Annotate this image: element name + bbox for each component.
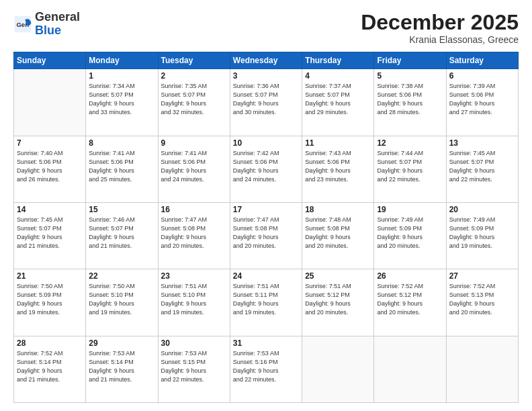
day-info: Sunrise: 7:52 AMSunset: 5:13 PMDaylight:…: [449, 282, 515, 317]
day-number: 29: [89, 338, 154, 348]
calendar-table: SundayMondayTuesdayWednesdayThursdayFrid…: [13, 52, 519, 403]
page: Gen General Blue December 2025 Krania El…: [0, 0, 532, 411]
day-number: 24: [233, 271, 299, 281]
day-info: Sunrise: 7:51 AMSunset: 5:12 PMDaylight:…: [305, 282, 371, 317]
day-info: Sunrise: 7:51 AMSunset: 5:11 PMDaylight:…: [233, 282, 299, 317]
weekday-header: Monday: [86, 52, 158, 69]
calendar-cell: 26Sunrise: 7:52 AMSunset: 5:12 PMDayligh…: [374, 269, 446, 336]
calendar-cell: 6Sunrise: 7:39 AMSunset: 5:06 PMDaylight…: [446, 69, 518, 136]
calendar-cell: 15Sunrise: 7:46 AMSunset: 5:07 PMDayligh…: [86, 202, 158, 269]
title-block: December 2025 Krania Elassonas, Greece: [361, 11, 519, 45]
day-number: 25: [305, 271, 371, 281]
calendar-cell: [374, 336, 446, 402]
day-info: Sunrise: 7:52 AMSunset: 5:14 PMDaylight:…: [17, 349, 83, 384]
day-number: 11: [305, 138, 371, 148]
calendar-cell: 12Sunrise: 7:44 AMSunset: 5:07 PMDayligh…: [374, 136, 446, 202]
calendar-cell: 27Sunrise: 7:52 AMSunset: 5:13 PMDayligh…: [446, 269, 518, 336]
calendar-cell: 30Sunrise: 7:53 AMSunset: 5:15 PMDayligh…: [158, 336, 230, 402]
day-info: Sunrise: 7:41 AMSunset: 5:06 PMDaylight:…: [89, 149, 154, 184]
day-info: Sunrise: 7:34 AMSunset: 5:07 PMDaylight:…: [89, 82, 154, 117]
calendar-cell: 11Sunrise: 7:43 AMSunset: 5:06 PMDayligh…: [302, 136, 374, 202]
day-info: Sunrise: 7:40 AMSunset: 5:06 PMDaylight:…: [17, 149, 83, 184]
calendar-cell: 9Sunrise: 7:41 AMSunset: 5:06 PMDaylight…: [158, 136, 230, 202]
day-info: Sunrise: 7:35 AMSunset: 5:07 PMDaylight:…: [161, 82, 227, 117]
day-number: 7: [17, 138, 83, 148]
calendar-cell: [446, 336, 518, 402]
day-number: 22: [89, 271, 154, 281]
day-number: 19: [377, 205, 443, 214]
day-info: Sunrise: 7:43 AMSunset: 5:06 PMDaylight:…: [305, 149, 371, 184]
day-number: 23: [161, 271, 227, 281]
day-number: 8: [89, 138, 154, 148]
day-info: Sunrise: 7:50 AMSunset: 5:10 PMDaylight:…: [89, 282, 154, 317]
day-info: Sunrise: 7:39 AMSunset: 5:06 PMDaylight:…: [449, 82, 515, 117]
calendar-cell: 10Sunrise: 7:42 AMSunset: 5:06 PMDayligh…: [230, 136, 302, 202]
location: Krania Elassonas, Greece: [361, 34, 519, 45]
day-info: Sunrise: 7:45 AMSunset: 5:07 PMDaylight:…: [449, 149, 515, 184]
day-number: 13: [449, 138, 515, 148]
weekday-header: Sunday: [14, 52, 86, 69]
weekday-header: Wednesday: [230, 52, 302, 69]
calendar-cell: 16Sunrise: 7:47 AMSunset: 5:08 PMDayligh…: [158, 202, 230, 269]
logo: Gen General Blue: [13, 11, 80, 38]
day-number: 26: [377, 271, 443, 281]
calendar-cell: 3Sunrise: 7:36 AMSunset: 5:07 PMDaylight…: [230, 69, 302, 136]
calendar-cell: [14, 69, 86, 136]
calendar-cell: 18Sunrise: 7:48 AMSunset: 5:08 PMDayligh…: [302, 202, 374, 269]
logo-blue: Blue: [35, 24, 61, 37]
day-number: 2: [161, 71, 227, 81]
calendar-cell: 14Sunrise: 7:45 AMSunset: 5:07 PMDayligh…: [14, 202, 86, 269]
day-number: 1: [89, 71, 154, 81]
calendar-cell: 19Sunrise: 7:49 AMSunset: 5:09 PMDayligh…: [374, 202, 446, 269]
calendar-cell: 17Sunrise: 7:47 AMSunset: 5:08 PMDayligh…: [230, 202, 302, 269]
day-info: Sunrise: 7:50 AMSunset: 5:09 PMDaylight:…: [17, 282, 83, 317]
calendar-cell: 31Sunrise: 7:53 AMSunset: 5:16 PMDayligh…: [230, 336, 302, 402]
day-info: Sunrise: 7:49 AMSunset: 5:09 PMDaylight:…: [449, 216, 515, 250]
weekday-header: Saturday: [446, 52, 518, 69]
calendar-cell: 20Sunrise: 7:49 AMSunset: 5:09 PMDayligh…: [446, 202, 518, 269]
day-number: 5: [377, 71, 443, 81]
day-number: 30: [161, 338, 227, 348]
day-info: Sunrise: 7:49 AMSunset: 5:09 PMDaylight:…: [377, 216, 443, 250]
day-info: Sunrise: 7:47 AMSunset: 5:08 PMDaylight:…: [233, 216, 299, 250]
logo-text: General Blue: [35, 11, 80, 38]
calendar-cell: 24Sunrise: 7:51 AMSunset: 5:11 PMDayligh…: [230, 269, 302, 336]
calendar-cell: 22Sunrise: 7:50 AMSunset: 5:10 PMDayligh…: [86, 269, 158, 336]
day-number: 31: [233, 338, 299, 348]
day-number: 12: [377, 138, 443, 148]
weekday-header: Friday: [374, 52, 446, 69]
calendar-cell: 2Sunrise: 7:35 AMSunset: 5:07 PMDaylight…: [158, 69, 230, 136]
day-info: Sunrise: 7:37 AMSunset: 5:07 PMDaylight:…: [305, 82, 371, 117]
day-number: 21: [17, 271, 83, 281]
day-number: 28: [17, 338, 83, 348]
day-number: 4: [305, 71, 371, 81]
day-number: 3: [233, 71, 299, 81]
calendar-cell: 23Sunrise: 7:51 AMSunset: 5:10 PMDayligh…: [158, 269, 230, 336]
month-year: December 2025: [361, 11, 519, 34]
day-number: 10: [233, 138, 299, 148]
calendar-cell: 5Sunrise: 7:38 AMSunset: 5:06 PMDaylight…: [374, 69, 446, 136]
calendar-cell: 1Sunrise: 7:34 AMSunset: 5:07 PMDaylight…: [86, 69, 158, 136]
day-info: Sunrise: 7:53 AMSunset: 5:14 PMDaylight:…: [89, 349, 154, 384]
day-number: 17: [233, 205, 299, 214]
day-number: 16: [161, 205, 227, 214]
day-info: Sunrise: 7:46 AMSunset: 5:07 PMDaylight:…: [89, 216, 154, 250]
calendar-cell: 13Sunrise: 7:45 AMSunset: 5:07 PMDayligh…: [446, 136, 518, 202]
day-info: Sunrise: 7:48 AMSunset: 5:08 PMDaylight:…: [305, 216, 371, 250]
weekday-header: Thursday: [302, 52, 374, 69]
logo-icon: Gen: [13, 15, 32, 34]
day-number: 6: [449, 71, 515, 81]
day-number: 18: [305, 205, 371, 214]
day-info: Sunrise: 7:42 AMSunset: 5:06 PMDaylight:…: [233, 149, 299, 184]
day-info: Sunrise: 7:38 AMSunset: 5:06 PMDaylight:…: [377, 82, 443, 117]
day-info: Sunrise: 7:53 AMSunset: 5:16 PMDaylight:…: [233, 349, 299, 384]
day-number: 15: [89, 205, 154, 214]
weekday-header: Tuesday: [158, 52, 230, 69]
header: Gen General Blue December 2025 Krania El…: [13, 11, 519, 45]
day-number: 20: [449, 205, 515, 214]
logo-general: General: [35, 10, 80, 24]
calendar-cell: 25Sunrise: 7:51 AMSunset: 5:12 PMDayligh…: [302, 269, 374, 336]
day-number: 9: [161, 138, 227, 148]
calendar-cell: 29Sunrise: 7:53 AMSunset: 5:14 PMDayligh…: [86, 336, 158, 402]
day-info: Sunrise: 7:44 AMSunset: 5:07 PMDaylight:…: [377, 149, 443, 184]
